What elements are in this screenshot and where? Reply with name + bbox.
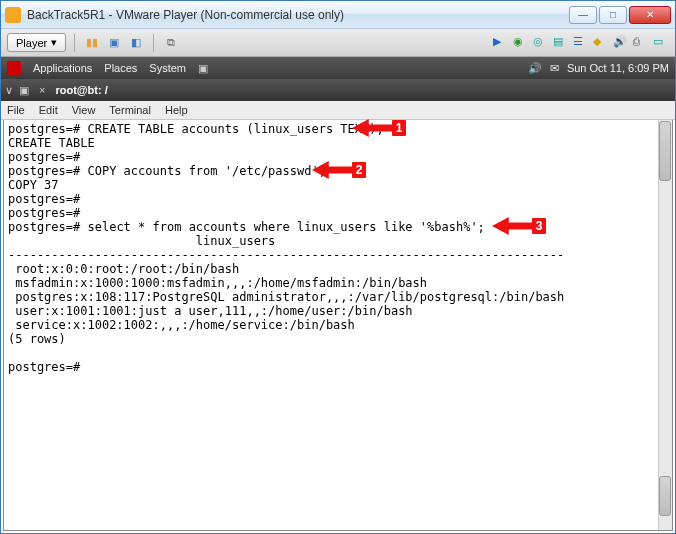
cd-icon[interactable]: ◎ — [533, 35, 549, 51]
prompt: postgres=# — [8, 206, 80, 220]
play-icon[interactable]: ▶ — [493, 35, 509, 51]
command: COPY accounts from '/etc/passwd'; — [87, 164, 325, 178]
network-icon[interactable]: ☰ — [573, 35, 589, 51]
terminal-output[interactable]: postgres=# CREATE TABLE accounts (linux_… — [4, 120, 672, 376]
command: CREATE TABLE accounts (linux_users TEXT)… — [87, 122, 383, 136]
prompt: postgres=# — [8, 150, 80, 164]
minimize-button[interactable]: — — [569, 6, 597, 24]
terminal-title: root@bt: / — [55, 84, 107, 96]
command: select * from accounts where linux_users… — [87, 220, 484, 234]
disk-icon[interactable]: ◉ — [513, 35, 529, 51]
menu-terminal[interactable]: Terminal — [109, 104, 151, 116]
toolbar-quick-icons: ▮▮ ▣ ◧ — [83, 34, 145, 52]
player-menu-button[interactable]: Player ▾ — [7, 33, 66, 52]
terminal-launcher-icon[interactable]: ▣ — [198, 62, 208, 75]
maximize-button[interactable]: □ — [599, 6, 627, 24]
arrow-icon — [492, 217, 534, 235]
separator — [74, 34, 75, 52]
applications-menu[interactable]: Applications — [33, 62, 92, 74]
separator — [153, 34, 154, 52]
vmware-icon — [5, 7, 21, 23]
terminal-scrollbar[interactable] — [658, 120, 672, 530]
prompt: postgres=# — [8, 122, 87, 136]
terminal-menu-toggle-icon[interactable]: ∨ — [5, 84, 13, 97]
output-line: msfadmin:x:1000:1000:msfadmin,,,:/home/m… — [8, 276, 427, 290]
prompt: postgres=# — [8, 220, 87, 234]
callout-2: 2 — [312, 161, 366, 179]
menu-help[interactable]: Help — [165, 104, 188, 116]
output-line: CREATE TABLE — [8, 136, 95, 150]
vmware-toolbar: Player ▾ ▮▮ ▣ ◧ ⧉ ▶ ◉ ◎ ▤ ☰ ◆ 🔊 ⎙ ▭ — [1, 29, 675, 57]
sound-indicator-icon[interactable]: 🔊 — [528, 62, 542, 75]
tab-close-icon[interactable]: × — [35, 84, 49, 96]
fullscreen-icon[interactable]: ▣ — [105, 34, 123, 52]
player-menu-label: Player — [16, 37, 47, 49]
output-line: ----------------------------------------… — [8, 248, 564, 262]
status-icons: ▶ ◉ ◎ ▤ ☰ ◆ 🔊 ⎙ ▭ — [493, 35, 669, 51]
scrollbar-thumb[interactable] — [659, 121, 671, 181]
menu-edit[interactable]: Edit — [39, 104, 58, 116]
output-line: service:x:1002:1002:,,,:/home/service:/b… — [8, 318, 355, 332]
output-line: user:x:1001:1001:just a user,111,,:/home… — [8, 304, 413, 318]
arrow-icon — [352, 119, 394, 137]
floppy-icon[interactable]: ▤ — [553, 35, 569, 51]
window-title: BackTrack5R1 - VMware Player (Non-commer… — [27, 8, 569, 22]
usb-icon[interactable]: ◆ — [593, 35, 609, 51]
clock-text[interactable]: Sun Oct 11, 6:09 PM — [567, 62, 669, 74]
printer-icon[interactable]: ⎙ — [633, 35, 649, 51]
callout-1: 1 — [352, 119, 406, 137]
output-line: linux_users — [8, 234, 275, 248]
places-menu[interactable]: Places — [104, 62, 137, 74]
output-line: root:x:0:0:root:/root:/bin/bash — [8, 262, 239, 276]
arrow-icon — [312, 161, 354, 179]
menu-file[interactable]: File — [7, 104, 25, 116]
menu-view[interactable]: View — [72, 104, 96, 116]
chevron-down-icon: ▾ — [51, 36, 57, 49]
window-controls: — □ ✕ — [569, 6, 671, 24]
close-button[interactable]: ✕ — [629, 6, 671, 24]
prompt: postgres=# — [8, 360, 80, 374]
backtrack-logo-icon[interactable] — [7, 61, 21, 75]
output-line: COPY 37 — [8, 178, 59, 192]
gnome-panel: Applications Places System ▣ 🔊 ✉ Sun Oct… — [1, 57, 675, 79]
unity-icon[interactable]: ◧ — [127, 34, 145, 52]
tools-icon[interactable]: ⧉ — [162, 34, 180, 52]
windows-titlebar: BackTrack5R1 - VMware Player (Non-commer… — [1, 1, 675, 29]
callout-number: 1 — [392, 120, 406, 136]
folder-icon[interactable]: ▮▮ — [83, 34, 101, 52]
prompt: postgres=# — [8, 192, 80, 206]
terminal-menubar: File Edit View Terminal Help — [1, 101, 675, 120]
mail-indicator-icon[interactable]: ✉ — [550, 62, 559, 75]
output-line: (5 rows) — [8, 332, 66, 346]
terminal-body: postgres=# CREATE TABLE accounts (linux_… — [3, 120, 673, 531]
terminal-titlebar: ∨ ▣ × root@bt: / — [1, 79, 675, 101]
callout-number: 2 — [352, 162, 366, 178]
sound-icon[interactable]: 🔊 — [613, 35, 629, 51]
system-menu[interactable]: System — [149, 62, 186, 74]
terminal-window-icon: ▣ — [19, 84, 29, 97]
output-line: postgres:x:108:117:PostgreSQL administra… — [8, 290, 564, 304]
display-icon[interactable]: ▭ — [653, 35, 669, 51]
prompt: postgres=# — [8, 164, 87, 178]
scrollbar-thumb[interactable] — [659, 476, 671, 516]
callout-3: 3 — [492, 217, 546, 235]
callout-number: 3 — [532, 218, 546, 234]
